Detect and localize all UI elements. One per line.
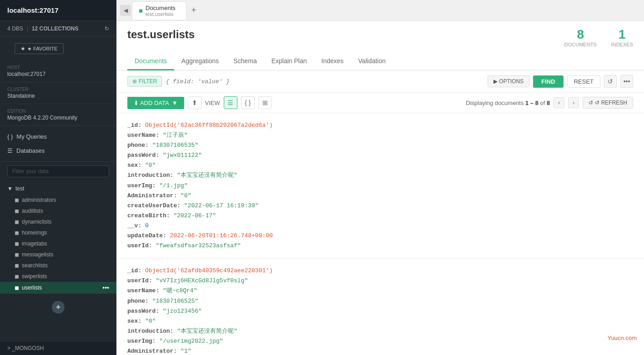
filter-tag[interactable]: ⊕ FILTER bbox=[127, 76, 162, 87]
collection-administrators[interactable]: ◼ administrators bbox=[0, 195, 116, 205]
databases-icon: ☰ bbox=[7, 147, 13, 154]
sidebar-edition-info: EDITION MongoDB 4.2.20 Community bbox=[0, 104, 116, 126]
host-value: localhost:27017 bbox=[7, 71, 109, 77]
tab-explain-plan[interactable]: Explain Plan bbox=[264, 53, 314, 70]
history-button[interactable]: ↺ bbox=[604, 75, 617, 88]
filter-data-input[interactable] bbox=[7, 165, 109, 177]
chevron-right-icon: › bbox=[573, 100, 574, 106]
filter-label: FILTER bbox=[139, 78, 157, 85]
filter-query-input[interactable] bbox=[166, 78, 484, 85]
collection-name: userlists bbox=[150, 28, 195, 40]
options-button[interactable]: ▶ OPTIONS bbox=[488, 75, 529, 87]
database-tree: ▼ test ◼ administrators ◼ auditlists ◼ d… bbox=[0, 181, 116, 341]
watermark: Yuucn.com bbox=[608, 335, 637, 341]
collection-icon: ◼ bbox=[15, 230, 19, 236]
field-updatedate-1: updateDate: 2022-06-20T01:16:26.748+00:0… bbox=[127, 231, 633, 241]
add-database-button[interactable]: + bbox=[52, 301, 65, 314]
dbs-count: 4 DBS bbox=[7, 25, 23, 32]
tab-subtitle: test.userlists bbox=[146, 11, 176, 17]
collection-icon: ◼ bbox=[15, 197, 19, 203]
sidebar: localhost:27017 4 DBS | 12 COLLECTIONS ↻… bbox=[0, 0, 116, 355]
collection-icon: ◼ bbox=[15, 219, 19, 225]
json-view-button[interactable]: { } bbox=[241, 96, 255, 109]
collection-userlists[interactable]: ◼ userlists ••• bbox=[0, 282, 116, 294]
sidebar-nav: { } My Queries ☰ Databases bbox=[0, 126, 116, 162]
field-username-1: userName: "江子辰" bbox=[127, 130, 633, 140]
tab-schema[interactable]: Schema bbox=[226, 53, 264, 70]
document-2: _id: ObjectId('62afdb40359c492aee220301'… bbox=[116, 259, 644, 355]
collection-icon: ◼ bbox=[15, 208, 19, 214]
next-page-button[interactable]: › bbox=[568, 97, 579, 108]
field-admin-2: Administrator: "1" bbox=[127, 346, 633, 355]
collection-auditlists[interactable]: ◼ auditlists bbox=[0, 205, 116, 216]
field-phone-2: phone: "18307106525" bbox=[127, 296, 633, 306]
field-userimg-2: userImg: "/userimg2022.jpg" bbox=[127, 336, 633, 346]
find-label: FIND bbox=[541, 78, 555, 85]
mongosh-bar[interactable]: > _MONGOSH bbox=[0, 341, 116, 355]
queries-icon: { } bbox=[7, 133, 13, 140]
export-button[interactable]: ⬆ bbox=[188, 96, 201, 109]
tab-indexes[interactable]: Indexes bbox=[314, 53, 351, 70]
refresh-icon[interactable]: ↻ bbox=[105, 25, 109, 32]
tab-title: Documents bbox=[146, 5, 176, 11]
sidebar-cluster-info: CLUSTER Standalone bbox=[0, 82, 116, 104]
add-data-button[interactable]: ⬇ ADD DATA ▼ bbox=[127, 97, 184, 109]
collection-homeimgs[interactable]: ◼ homeimgs bbox=[0, 227, 116, 238]
more-icon[interactable]: ••• bbox=[102, 284, 109, 291]
list-icon: ☰ bbox=[227, 99, 233, 106]
field-phone-1: phone: "18307106535" bbox=[127, 140, 633, 150]
add-data-label: ⬇ ADD DATA bbox=[134, 100, 169, 106]
collection-dynamiclists[interactable]: ◼ dynamiclists bbox=[0, 216, 116, 227]
collection-swiperlists[interactable]: ◼ swiperlists bbox=[0, 271, 116, 282]
more-options-button[interactable]: ••• bbox=[620, 75, 633, 88]
field-username-2: userName: "嗯~c8Qr4" bbox=[127, 286, 633, 296]
documents-stat: 8 DOCUMENTS bbox=[564, 28, 597, 47]
add-tab-button[interactable]: + bbox=[187, 4, 200, 17]
tab-validation[interactable]: Validation bbox=[351, 53, 393, 70]
sidebar-collapse-button[interactable]: ◀ bbox=[120, 5, 131, 16]
cluster-label: CLUSTER bbox=[7, 87, 109, 92]
collection-searchlists[interactable]: ◼ searchlists bbox=[0, 260, 116, 271]
find-button[interactable]: FIND bbox=[533, 75, 563, 88]
refresh-button[interactable]: ↺ ↺ REFRESH bbox=[583, 97, 633, 109]
view-label: VIEW bbox=[205, 100, 220, 106]
sidebar-item-my-queries[interactable]: { } My Queries bbox=[0, 130, 116, 144]
documents-label: DOCUMENTS bbox=[564, 42, 597, 47]
prev-page-button[interactable]: ‹ bbox=[553, 97, 564, 108]
main-content: ◀ ◼ Documents test.userlists + test.user… bbox=[116, 0, 644, 355]
dropdown-icon: ▼ bbox=[172, 100, 178, 106]
history-icon: ↺ bbox=[608, 78, 613, 85]
filter-icon: ⊕ bbox=[132, 78, 137, 85]
tab-aggregations[interactable]: Aggregations bbox=[174, 53, 226, 70]
field-password-2: passWord: "jzo123456" bbox=[127, 306, 633, 316]
sidebar-item-databases[interactable]: ☰ Databases bbox=[0, 144, 116, 158]
field-userimg-1: userImg: "/1.jpg" bbox=[127, 181, 633, 191]
reset-button[interactable]: RESET bbox=[567, 75, 600, 88]
tab-userlists[interactable]: ◼ Documents test.userlists bbox=[132, 1, 186, 20]
star-icon: ★ bbox=[20, 45, 25, 52]
tab-documents[interactable]: Documents bbox=[127, 53, 174, 70]
favorite-section: ★ ★ FAVORITE bbox=[0, 37, 116, 60]
document-1: _id: ObjectId('62ac36ff88b202067a2ded6a'… bbox=[116, 113, 644, 259]
field-sex-1: sex: "0" bbox=[127, 160, 633, 170]
sidebar-host-info: HOST localhost:27017 bbox=[0, 60, 116, 82]
ellipsis-icon: ••• bbox=[624, 78, 630, 85]
field-createbirth-1: createBirth: "2022-06-17" bbox=[127, 211, 633, 221]
indexes-stat: 1 INDEXES bbox=[611, 28, 633, 47]
collection-icon: ◼ bbox=[15, 262, 19, 269]
collection-icon: ◼ bbox=[15, 285, 19, 291]
doc-stats: 8 DOCUMENTS 1 INDEXES bbox=[564, 28, 633, 47]
favorite-button[interactable]: ★ ★ FAVORITE bbox=[15, 43, 64, 54]
tabs-navigation: Documents Aggregations Schema Explain Pl… bbox=[116, 53, 644, 70]
collection-imagetabs[interactable]: ◼ imagetabs bbox=[0, 238, 116, 249]
table-icon: ⊞ bbox=[262, 99, 268, 106]
reset-label: RESET bbox=[574, 78, 594, 85]
table-view-button[interactable]: ⊞ bbox=[258, 96, 272, 109]
collection-messagelists[interactable]: ◼ messagelists bbox=[0, 249, 116, 260]
db-test-header[interactable]: ▼ test bbox=[0, 183, 116, 195]
list-view-button[interactable]: ☰ bbox=[224, 96, 237, 109]
field-id-2: _id: ObjectId('62afdb40359c492aee220301'… bbox=[127, 266, 633, 276]
collection-icon: ◼ bbox=[15, 240, 19, 247]
tab-collection-icon: ◼ bbox=[139, 8, 143, 14]
cluster-value: Standalone bbox=[7, 93, 109, 99]
